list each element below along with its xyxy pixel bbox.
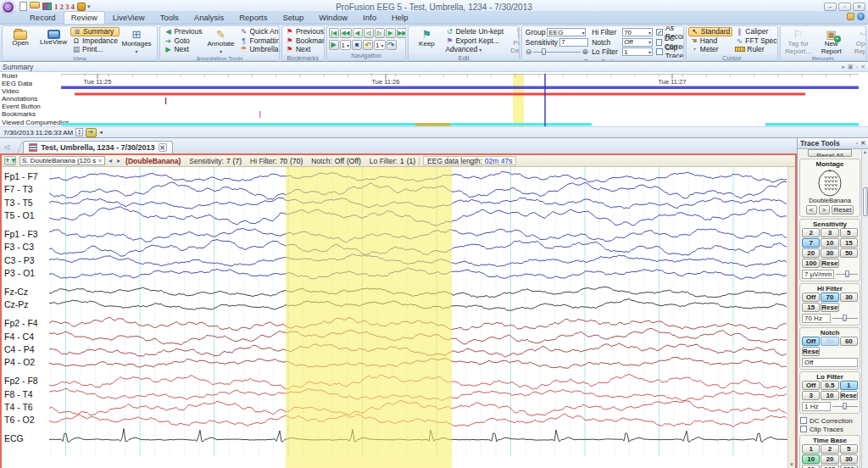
app-logo-icon[interactable]: ◎ bbox=[2, 1, 14, 14]
trace-scrollbar[interactable]: ▼ ▶ bbox=[787, 167, 795, 468]
montage-next-icon[interactable]: ▸ bbox=[117, 157, 122, 164]
time-base-button-30[interactable]: 30 bbox=[840, 454, 858, 464]
summary-close-icon[interactable]: ✕ bbox=[860, 64, 865, 70]
menu-tab-analysis[interactable]: Analysis bbox=[186, 11, 231, 24]
time-base-button-20[interactable]: 20 bbox=[821, 454, 838, 464]
montage-prev-button[interactable]: < bbox=[806, 205, 817, 214]
menu-tab-record[interactable]: Record bbox=[22, 11, 64, 24]
menu-tab-liveview[interactable]: LiveView bbox=[105, 11, 153, 24]
redo-button[interactable]: ↷ bbox=[387, 40, 397, 50]
lo-filter-button-3[interactable]: 3 bbox=[802, 391, 820, 400]
slider-thumb[interactable] bbox=[542, 48, 546, 55]
quick-access-dropdown-icon[interactable]: ▾ bbox=[87, 3, 91, 10]
restore-button[interactable]: ▫ bbox=[838, 3, 851, 11]
group-combo[interactable]: EEG▾ bbox=[547, 28, 586, 36]
sensitivity-button-10[interactable]: 10 bbox=[821, 238, 838, 248]
sensitivity-button-5[interactable]: 5 bbox=[840, 228, 858, 237]
next-page-button[interactable]: ▶ bbox=[386, 28, 396, 38]
slider-thumb[interactable] bbox=[845, 270, 849, 277]
caliper-button[interactable]: Caliper bbox=[733, 27, 777, 36]
lo-filter-button-0-5[interactable]: 0.5 bbox=[821, 381, 838, 390]
close-button[interactable]: ✕ bbox=[853, 3, 865, 11]
purge-deleted-button[interactable]: Purge Deleted bbox=[506, 27, 520, 54]
preset-4-button[interactable]: 4 bbox=[70, 3, 76, 11]
standard-button[interactable]: Standard bbox=[688, 27, 733, 36]
montage-combo[interactable]: S. DoubleBanana (120 s ✕ bbox=[19, 156, 105, 165]
keep-button[interactable]: Keep bbox=[410, 27, 442, 48]
summary-pin-icon[interactable]: ▫ bbox=[856, 64, 858, 70]
notch-button-reset[interactable]: Reset bbox=[802, 347, 820, 356]
menu-tab-help[interactable]: Help bbox=[384, 11, 416, 24]
umbrella-view-button[interactable]: Umbrella View bbox=[237, 45, 279, 54]
tag-for-report-button[interactable]: Tag for Report... bbox=[782, 27, 815, 55]
montage-prev-icon[interactable]: ◂ bbox=[108, 157, 114, 164]
sensitivity-button-3[interactable]: 3 bbox=[821, 228, 838, 237]
delete-un-kept-button[interactable]: Delete Un-kept bbox=[443, 27, 505, 36]
meter-button[interactable]: Meter bbox=[688, 45, 733, 54]
previous-button[interactable]: Previous bbox=[162, 27, 203, 36]
sensitivity-button-30[interactable]: 30 bbox=[821, 248, 838, 258]
panel-scrollbar[interactable]: ▲ ▼ bbox=[861, 149, 868, 468]
time-base-button-60[interactable]: 60 bbox=[802, 465, 820, 468]
menu-tab-review[interactable]: Review bbox=[64, 11, 105, 24]
notch-filter-combo[interactable]: Off▾ bbox=[622, 38, 653, 47]
panel-close-icon[interactable]: ✕ bbox=[860, 140, 865, 147]
liveview-button[interactable]: LiveView bbox=[37, 27, 70, 47]
lo-filter-button-off[interactable]: Off bbox=[802, 381, 820, 390]
undo-button[interactable]: ↶ bbox=[363, 40, 373, 50]
summary-timeline[interactable]: Tue 11:25Tue 11:26Tue 11:27 bbox=[61, 72, 859, 126]
trace-canvas[interactable] bbox=[2, 167, 795, 456]
goto-button[interactable]: Goto bbox=[162, 36, 203, 46]
go-first-button[interactable]: |◀ bbox=[329, 28, 339, 38]
lock-icon[interactable] bbox=[77, 3, 86, 11]
preset-1-button[interactable]: 1 bbox=[53, 3, 59, 11]
summary-dock-icon[interactable]: ▣ bbox=[848, 64, 854, 70]
fft-spectrum-button[interactable]: FFT Spectrum bbox=[733, 36, 777, 46]
time-base-button-1[interactable]: 1 bbox=[802, 444, 820, 454]
time-base-button-5[interactable]: 5 bbox=[840, 444, 858, 454]
sensitivity-slider[interactable] bbox=[836, 274, 858, 275]
sensitivity-button-100[interactable]: 100 bbox=[802, 259, 820, 268]
document-tab[interactable]: Test, Umbrella, 1234 - 7/30/2013 ✕ bbox=[23, 141, 172, 153]
export-kept-button[interactable]: Export Kept... bbox=[443, 36, 505, 46]
panel-scroll-up-icon[interactable]: ▲ bbox=[863, 149, 867, 155]
next-button[interactable]: Next bbox=[284, 45, 325, 54]
slider-thumb[interactable] bbox=[843, 315, 847, 321]
sensitivity-button-15[interactable]: 15 bbox=[840, 238, 858, 248]
trace-display[interactable]: ▼ ▶ Fp1 - F7F7 - T3T3 - T5T5 - O1Fp1 - F… bbox=[2, 167, 795, 468]
prev-half-page-button[interactable]: ◁ bbox=[364, 28, 374, 38]
datetime-spinner[interactable]: ▲▼ bbox=[75, 128, 83, 136]
time-base-button-10[interactable]: 10 bbox=[802, 454, 820, 464]
open-button[interactable]: Open bbox=[4, 27, 36, 47]
add-montage-button[interactable]: + ▾ bbox=[4, 156, 16, 165]
clip-traces-checkbox[interactable]: Clip Traces bbox=[800, 425, 860, 433]
sensitivity-button-7[interactable]: 7 bbox=[802, 238, 820, 248]
time-base-button-2[interactable]: 2 bbox=[821, 444, 838, 454]
hi-filter-combo[interactable]: 70▾ bbox=[622, 28, 653, 36]
dialog-launcher-icon[interactable]: ◢ bbox=[618, 58, 621, 62]
repeat-count-combo[interactable]: 1▾ bbox=[374, 40, 385, 50]
print-button[interactable]: Print... bbox=[70, 45, 120, 54]
clip-traces-checkbox[interactable]: Clip Traces bbox=[656, 47, 684, 57]
reset-all-button[interactable]: Reset All bbox=[808, 149, 852, 157]
hand-button[interactable]: Hand bbox=[688, 36, 733, 46]
sensitivity-slider[interactable]: ⊖⊕ bbox=[526, 47, 588, 56]
sensitivity-button-2[interactable]: 2 bbox=[802, 228, 820, 237]
scroll-down-icon[interactable]: ▼ bbox=[789, 462, 794, 468]
summary-export-icon[interactable] bbox=[86, 128, 97, 137]
panel-pin-icon[interactable]: ▫ bbox=[856, 140, 858, 147]
time-base-button-300[interactable]: 300 bbox=[840, 465, 858, 468]
help-icon[interactable]: ? bbox=[857, 13, 865, 20]
menu-tab-info[interactable]: Info bbox=[355, 11, 384, 24]
menu-tab-setup[interactable]: Setup bbox=[275, 11, 311, 24]
hi-filter-button-30[interactable]: 30 bbox=[840, 292, 858, 302]
summary-collapse-icon[interactable]: ◂ bbox=[99, 129, 103, 136]
impedance-button[interactable]: Impedance bbox=[70, 36, 120, 46]
hi-filter-slider[interactable] bbox=[832, 318, 858, 319]
montages-button[interactable]: Montages▾ bbox=[120, 27, 153, 55]
lo-filter-slider[interactable] bbox=[832, 406, 858, 407]
formatting-button[interactable]: Formatting bbox=[237, 36, 279, 46]
play-button[interactable]: ▶ bbox=[329, 40, 339, 50]
lo-filter-combo[interactable]: 1▾ bbox=[622, 47, 653, 56]
ruler-button[interactable]: Ruler bbox=[733, 45, 777, 54]
